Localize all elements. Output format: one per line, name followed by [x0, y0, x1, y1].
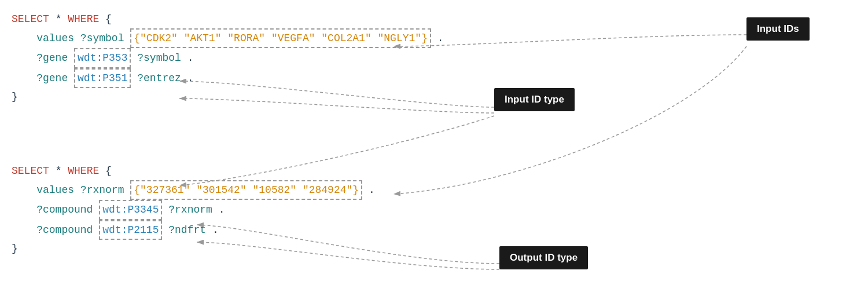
input-ids-label: Input IDs: [746, 17, 810, 41]
input-id-type-label: Input ID type: [494, 88, 575, 111]
line-2-2: values ?rxnorm {"327361" "301542" "10582…: [12, 180, 375, 200]
code-block-2: SELECT * WHERE { values ?rxnorm {"327361…: [12, 162, 375, 258]
wdt-box-3: wdt:P3345: [99, 200, 162, 220]
wdt-box-2: wdt:P351: [74, 68, 131, 89]
wdt-box-4: wdt:P2115: [99, 220, 162, 240]
wdt-box-1: wdt:P353: [74, 48, 131, 68]
code-block-1: SELECT * WHERE { values ?symbol {"CDK2" …: [12, 10, 444, 106]
line-1-2: values ?symbol {"CDK2" "AKT1" "RORA" "VE…: [12, 28, 444, 49]
values-box-1: {"CDK2" "AKT1" "RORA" "VEGFA" "COL2A1" "…: [130, 28, 431, 49]
line-2-4: ?compound wdt:P2115 ?ndfrt .: [12, 220, 375, 240]
line-2-3: ?compound wdt:P3345 ?rxnorm .: [12, 200, 375, 220]
line-1-1: SELECT * WHERE {: [12, 10, 444, 28]
output-id-type-label: Output ID type: [499, 246, 588, 269]
values-box-2: {"327361" "301542" "10582" "284924"}: [130, 180, 362, 200]
line-2-5: }: [12, 240, 375, 258]
line-1-4: ?gene wdt:P351 ?entrez .: [12, 68, 444, 89]
line-1-5: }: [12, 88, 444, 106]
line-1-3: ?gene wdt:P353 ?symbol .: [12, 48, 444, 68]
line-2-1: SELECT * WHERE {: [12, 162, 375, 180]
